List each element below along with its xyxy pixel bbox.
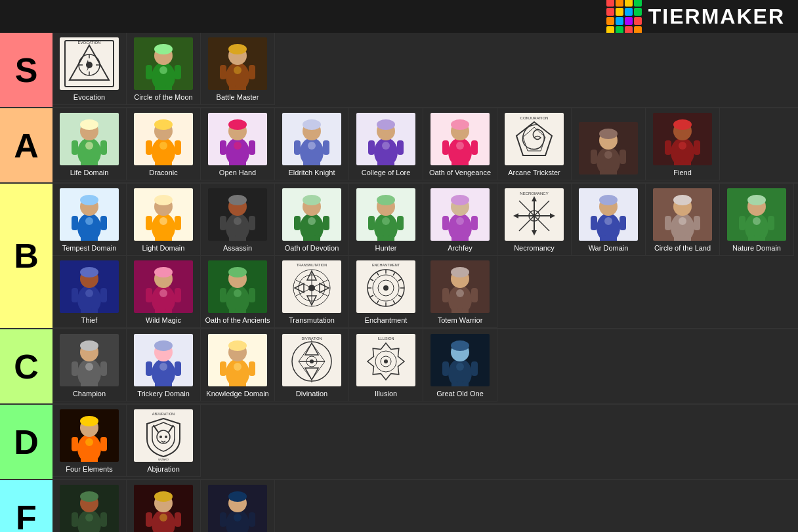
tier-item[interactable]: Oath of Vengeance <box>423 108 497 180</box>
svg-rect-258 <box>471 288 478 302</box>
tier-item[interactable]: Champion <box>52 329 127 401</box>
logo-dot <box>616 0 623 7</box>
svg-point-67 <box>377 119 395 130</box>
tier-item[interactable]: College of Valor <box>201 480 275 532</box>
logo-dot <box>616 8 623 16</box>
tier-item[interactable]: Eldritch Knight <box>275 108 349 180</box>
svg-rect-277 <box>155 381 161 386</box>
tier-item[interactable]: Life Domain <box>52 108 127 180</box>
svg-rect-212 <box>165 308 172 313</box>
item-image <box>576 120 641 176</box>
svg-rect-102 <box>684 160 691 165</box>
tier-label-b: B <box>0 184 52 328</box>
svg-rect-321 <box>91 457 98 462</box>
svg-point-234 <box>308 285 315 291</box>
tier-item[interactable]: Battle Master <box>201 33 275 105</box>
tier-item[interactable]: War Domain <box>572 184 646 256</box>
item-label: Champion <box>73 390 106 398</box>
tier-item[interactable]: Open Hand <box>201 108 275 180</box>
svg-point-18 <box>159 66 167 74</box>
svg-rect-129 <box>240 235 246 241</box>
tier-item[interactable]: ILLUSION M45,14 L52.6536686473018,23.522… <box>349 329 423 401</box>
tier-item[interactable]: Light Domain <box>127 184 201 256</box>
svg-point-107 <box>80 195 98 205</box>
svg-rect-34 <box>81 160 87 165</box>
svg-rect-109 <box>100 216 107 230</box>
tier-item[interactable]: EVOCATION Evocation <box>52 33 127 105</box>
svg-rect-257 <box>442 288 449 302</box>
tier-label-d: D <box>0 405 52 479</box>
tier-item[interactable]: DIVINATION F E Divination <box>275 329 349 401</box>
tier-item[interactable]: Berserker <box>127 480 201 532</box>
tier-item[interactable]: Trickery Domain <box>127 329 201 401</box>
tier-item[interactable]: TRANSMUTATION Transmutation <box>275 256 349 328</box>
tier-item[interactable]: Great Old One <box>423 329 497 401</box>
tier-items-f: Beastmaster Berserker <box>52 480 798 532</box>
svg-text:ENCHANTMENT: ENCHANTMENT <box>372 263 400 267</box>
svg-text:EVOCATION: EVOCATION <box>78 41 101 45</box>
tier-item[interactable]: Archfey <box>423 184 497 256</box>
item-image <box>131 259 196 315</box>
svg-point-72 <box>382 142 390 150</box>
item-label: Knowledge Domain <box>206 390 268 398</box>
item-label: Open Hand <box>219 169 256 177</box>
tier-item[interactable]: NECROMANCY Necromancy <box>497 184 572 256</box>
svg-rect-209 <box>146 288 152 302</box>
item-label: Divination <box>296 390 327 398</box>
item-label: Hunter <box>375 244 396 253</box>
tier-item[interactable]: Circle of the Land <box>646 184 720 256</box>
svg-text:ABJURATION: ABJURATION <box>152 412 175 416</box>
tier-item[interactable]: Beastmaster <box>52 480 127 532</box>
tier-item[interactable]: Tempest Domain <box>52 184 127 256</box>
svg-rect-200 <box>72 288 78 302</box>
tier-item[interactable]: ENCHANTMENT Enchantment <box>349 256 423 328</box>
logo-dot <box>606 8 614 16</box>
svg-rect-137 <box>303 235 310 241</box>
item-image <box>650 187 715 243</box>
svg-point-36 <box>85 142 93 150</box>
tier-item[interactable]: Totem Warrior <box>423 256 497 328</box>
tier-item[interactable]: Draconic <box>127 108 201 180</box>
item-image <box>427 259 493 315</box>
tier-label-c: C <box>0 329 52 403</box>
tier-item[interactable]: College of Lore <box>349 108 423 180</box>
tier-item[interactable]: Nature Domain <box>720 184 794 256</box>
svg-rect-110 <box>81 235 87 241</box>
svg-point-76 <box>451 119 469 130</box>
tier-item[interactable]: Four Elements <box>52 405 127 477</box>
svg-text:ILLUSION: ILLUSION <box>377 337 394 340</box>
tier-item[interactable]: Thief <box>52 256 127 328</box>
svg-point-256 <box>451 267 469 277</box>
tier-items-c: Champion Trickery Domain <box>52 329 798 403</box>
tier-item[interactable] <box>572 108 646 180</box>
tier-item[interactable]: Oath of Devotion <box>275 184 349 256</box>
svg-rect-175 <box>600 235 606 241</box>
tier-item[interactable]: Knowledge Domain <box>201 329 275 401</box>
item-image <box>205 483 270 532</box>
tier-item[interactable]: Wild Magic <box>127 256 201 328</box>
tier-item[interactable]: Circle of the Moon <box>127 33 201 105</box>
svg-text:NECROMANCY: NECROMANCY <box>520 192 548 195</box>
item-image: DIVINATION F E <box>279 333 345 388</box>
svg-rect-147 <box>388 235 394 241</box>
item-image: CONJURATION <box>501 112 567 167</box>
svg-text:WIZARD: WIZARD <box>158 458 169 461</box>
svg-rect-219 <box>249 288 255 302</box>
tier-item[interactable]: CONJURATION Arcane Trickster <box>497 108 572 180</box>
item-image <box>131 187 196 243</box>
item-image <box>205 259 270 315</box>
svg-point-152 <box>451 195 469 205</box>
item-label: Trickery Domain <box>137 390 190 398</box>
tier-item[interactable]: Hunter <box>349 184 423 256</box>
tier-item[interactable]: Oath of the Ancients <box>201 256 275 328</box>
tier-item[interactable]: ABJURATION WIZARD Abjuration <box>127 405 201 477</box>
tier-item[interactable]: Assassin <box>201 184 275 256</box>
item-label: Battle Master <box>217 93 259 102</box>
svg-rect-128 <box>229 235 236 241</box>
svg-rect-33 <box>100 140 107 155</box>
svg-rect-268 <box>81 381 87 386</box>
svg-rect-42 <box>175 140 181 155</box>
svg-rect-318 <box>72 437 78 451</box>
tier-item[interactable]: Fiend <box>646 108 720 180</box>
svg-rect-276 <box>175 361 181 376</box>
